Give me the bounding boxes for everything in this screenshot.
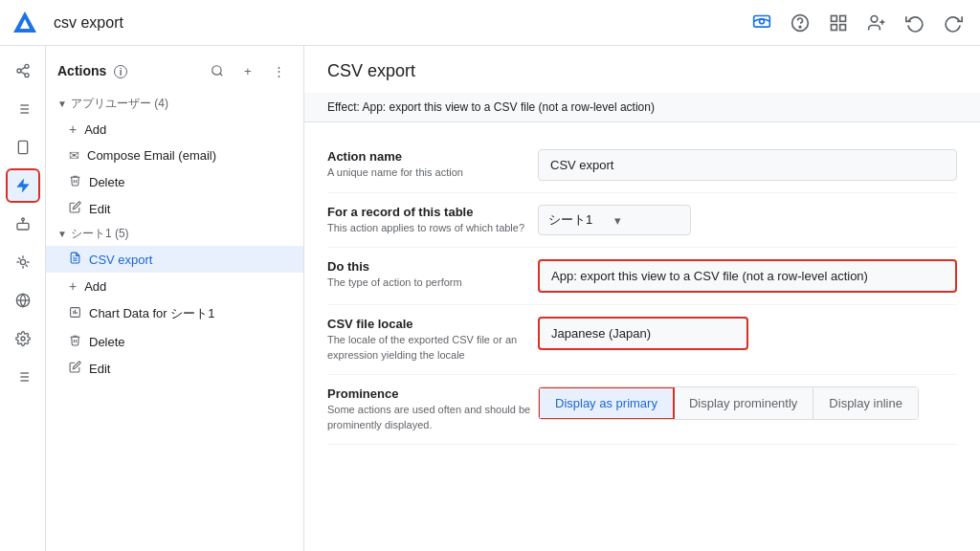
svg-marker-26 bbox=[17, 179, 29, 191]
action-item-delete-1[interactable]: Delete bbox=[46, 168, 303, 195]
svg-point-5 bbox=[799, 26, 801, 28]
actions-info-icon[interactable]: i bbox=[114, 65, 127, 78]
nav-settings[interactable] bbox=[6, 321, 40, 356]
field-for-record: For a record of this table This action a… bbox=[327, 193, 957, 248]
svg-point-10 bbox=[871, 15, 878, 22]
email-icon: ✉ bbox=[69, 148, 79, 163]
action-label-csv: CSV export bbox=[89, 253, 152, 267]
table-select[interactable]: シート1 ▾ bbox=[538, 205, 691, 235]
action-label-delete-1: Delete bbox=[89, 175, 125, 189]
content-header: CSV export bbox=[304, 46, 980, 93]
action-label-chart: Chart Data for シート1 bbox=[89, 305, 215, 322]
action-label-add-2: Add bbox=[84, 279, 106, 294]
chevron-down-icon: ▾ bbox=[614, 213, 680, 228]
action-item-csv[interactable]: CSV export bbox=[46, 246, 303, 273]
main-layout: Actions i + ⋮ ▼ アプリユーザー (4) + Add ✉ Comp… bbox=[0, 46, 980, 551]
redo-button[interactable] bbox=[938, 8, 969, 38]
action-item-add-2[interactable]: + Add bbox=[46, 273, 303, 299]
field-action-name: Action name A unique name for this actio… bbox=[327, 138, 957, 193]
svg-point-39 bbox=[20, 259, 25, 264]
table-select-value: シート1 bbox=[548, 211, 614, 229]
svg-point-42 bbox=[21, 337, 25, 341]
content-area: CSV export Effect: App: export this view… bbox=[304, 46, 980, 551]
nav-globe[interactable] bbox=[6, 283, 40, 318]
action-item-edit-2[interactable]: Edit bbox=[46, 355, 303, 382]
topbar-actions bbox=[746, 8, 969, 38]
more-actions-button[interactable]: ⋮ bbox=[265, 57, 292, 84]
nav-ideas[interactable] bbox=[6, 245, 40, 279]
nav-actions[interactable] bbox=[6, 168, 40, 203]
group-arrow-1: ▼ bbox=[57, 99, 67, 109]
svg-point-28 bbox=[21, 218, 24, 221]
display-prominently-button[interactable]: Display prominently bbox=[674, 387, 813, 419]
help-button[interactable] bbox=[785, 8, 815, 38]
svg-rect-8 bbox=[832, 24, 837, 30]
nav-more[interactable] bbox=[6, 360, 40, 394]
svg-rect-9 bbox=[840, 24, 846, 30]
action-item-email[interactable]: ✉ Compose Email (email) bbox=[46, 143, 303, 168]
svg-point-14 bbox=[17, 69, 21, 73]
app-logo: csv export bbox=[11, 10, 123, 36]
nav-share[interactable] bbox=[6, 54, 40, 88]
actions-title: Actions i bbox=[57, 63, 204, 79]
page-title: CSV export bbox=[327, 61, 957, 81]
effect-label: Effect: bbox=[327, 100, 360, 114]
action-item-delete-2[interactable]: Delete bbox=[46, 328, 303, 355]
action-label-delete-2: Delete bbox=[89, 335, 125, 349]
chart-icon bbox=[69, 306, 81, 321]
csv-locale-value[interactable]: Japanese (Japan) bbox=[538, 317, 748, 350]
svg-rect-7 bbox=[840, 15, 846, 21]
do-this-sublabel: The type of action to perform bbox=[327, 276, 538, 290]
actions-sidebar: Actions i + ⋮ ▼ アプリユーザー (4) + Add ✉ Comp… bbox=[46, 46, 304, 551]
nav-list[interactable] bbox=[6, 92, 40, 126]
logo-icon bbox=[11, 10, 38, 36]
delete-icon-2 bbox=[69, 334, 81, 349]
group-appuser[interactable]: ▼ アプリユーザー (4) bbox=[46, 92, 303, 116]
svg-point-49 bbox=[212, 66, 221, 75]
add-action-button[interactable]: + bbox=[234, 57, 261, 84]
group-arrow-2: ▼ bbox=[57, 229, 67, 239]
action-name-label: Action name bbox=[327, 149, 538, 164]
for-record-label: For a record of this table bbox=[327, 205, 538, 219]
action-item-edit-1[interactable]: Edit bbox=[46, 195, 303, 222]
field-do-this: Do this The type of action to perform Ap… bbox=[327, 248, 957, 305]
edit-icon-1 bbox=[69, 201, 81, 216]
nav-bot[interactable] bbox=[6, 207, 40, 241]
svg-line-50 bbox=[220, 74, 223, 77]
plus-icon-2: + bbox=[69, 278, 77, 294]
for-record-sublabel: This action applies to rows of which tab… bbox=[327, 221, 538, 235]
svg-rect-24 bbox=[18, 141, 27, 153]
svg-rect-6 bbox=[832, 15, 837, 21]
svg-rect-2 bbox=[754, 15, 770, 27]
group-sheet1[interactable]: ▼ シート1 (5) bbox=[46, 222, 303, 246]
svg-line-35 bbox=[18, 257, 20, 259]
svg-line-36 bbox=[25, 265, 27, 267]
prominence-label: Prominence bbox=[327, 386, 538, 401]
action-item-add-1[interactable]: + Add bbox=[46, 116, 303, 143]
preview-button[interactable] bbox=[746, 8, 777, 38]
do-this-label: Do this bbox=[327, 259, 538, 274]
do-this-value[interactable]: App: export this view to a CSV file (not… bbox=[538, 259, 957, 293]
svg-point-15 bbox=[25, 74, 29, 77]
grid-button[interactable] bbox=[823, 8, 854, 38]
svg-point-13 bbox=[25, 64, 29, 68]
action-name-input[interactable] bbox=[538, 149, 957, 181]
search-actions-button[interactable] bbox=[204, 57, 231, 84]
delete-icon-1 bbox=[69, 174, 81, 189]
app-title: csv export bbox=[54, 14, 123, 32]
edit-icon-2 bbox=[69, 361, 81, 376]
actions-header-icons: + ⋮ bbox=[204, 57, 292, 84]
nav-phone[interactable] bbox=[6, 130, 40, 165]
csv-locale-label: CSV file locale bbox=[327, 317, 538, 331]
effect-bar: Effect: App: export this view to a CSV f… bbox=[304, 93, 980, 122]
add-user-button[interactable] bbox=[861, 8, 892, 38]
display-primary-button[interactable]: Display as primary bbox=[538, 386, 675, 420]
actions-header: Actions i + ⋮ bbox=[46, 46, 303, 92]
undo-button[interactable] bbox=[900, 8, 930, 38]
action-label-edit-1: Edit bbox=[89, 202, 110, 216]
prominence-group: Display as primary Display prominently D… bbox=[538, 386, 919, 420]
plus-icon-1: + bbox=[69, 121, 77, 137]
action-item-chart[interactable]: Chart Data for シート1 bbox=[46, 299, 303, 328]
display-inline-button[interactable]: Display inline bbox=[813, 387, 918, 419]
thin-sidebar bbox=[0, 46, 46, 551]
